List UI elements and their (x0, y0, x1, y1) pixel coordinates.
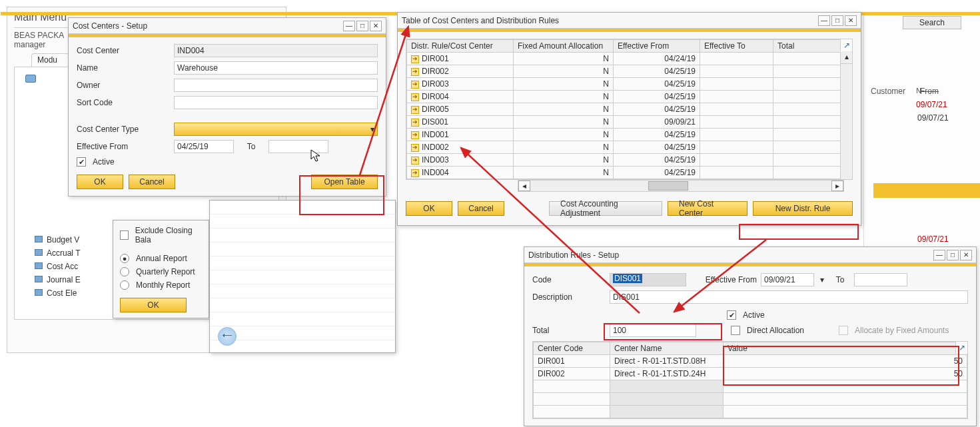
from-label: From (920, 87, 939, 96)
table-row[interactable]: DIR005N04/25/19 (407, 103, 852, 116)
link-arrow-icon[interactable] (411, 68, 419, 76)
cost-accounting-adjustment-button[interactable]: Cost Accounting Adjustment (549, 201, 662, 216)
annotation-rect (739, 224, 859, 240)
expand-icon[interactable]: ↗ (955, 342, 967, 354)
code-field[interactable]: DIS001 (610, 273, 686, 286)
table-row[interactable]: DIR002Direct - R-01-1T.STD.24H50 (534, 368, 967, 380)
link-arrow-icon[interactable] (411, 169, 419, 177)
link-arrow-icon[interactable] (411, 106, 419, 114)
vertical-scrollbar[interactable]: ▴ (840, 52, 852, 179)
link-arrow-icon[interactable] (411, 55, 419, 63)
link-arrow-icon[interactable] (411, 93, 419, 101)
minimize-icon[interactable]: — (933, 250, 945, 260)
table-row[interactable]: IND002N04/25/19 (407, 141, 852, 154)
distribution-rules-table[interactable]: Center Code Center Name Value DIR001Dire… (533, 342, 967, 418)
report-icon (35, 289, 43, 296)
total-field[interactable] (610, 324, 696, 337)
active-checkbox[interactable]: ✔ (77, 157, 86, 167)
maximize-icon[interactable]: □ (831, 15, 843, 26)
folder-icon (25, 75, 36, 83)
link-arrow-icon[interactable] (411, 119, 419, 127)
subpanel-ok-button[interactable]: OK (120, 298, 187, 312)
name-field[interactable] (174, 61, 378, 75)
date-1: 09/07/21 (916, 100, 947, 109)
cctable-title: Table of Cost Centers and Distribution R… (402, 13, 559, 29)
dr-active-checkbox[interactable]: ✔ (727, 310, 736, 320)
table-row[interactable] (534, 393, 967, 406)
maximize-icon[interactable]: □ (356, 21, 368, 31)
cost-center-type-select[interactable]: ▾ (174, 123, 378, 136)
table-row[interactable]: DIR001N04/24/19 (407, 53, 852, 65)
table-row[interactable]: DIR004N04/25/19 (407, 91, 852, 103)
cost-centers-table[interactable]: Distr. Rule/Cost Center Fixed Amount All… (406, 39, 852, 179)
table-row[interactable] (534, 380, 967, 393)
distribution-rules-setup-window: Distribution Rules - Setup — □ ✕ Code DI… (524, 246, 977, 426)
background-sheet: ⭠ (209, 200, 396, 353)
customer-label: Customer (871, 87, 905, 96)
annual-radio[interactable]: ● (120, 254, 129, 263)
allocate-fixed-checkbox (839, 326, 848, 335)
back-arrow-icon[interactable]: ⭠ (218, 327, 237, 346)
sort-code-field[interactable] (174, 96, 378, 109)
table-row[interactable]: DIR002N04/25/19 (407, 65, 852, 78)
link-arrow-icon[interactable] (411, 157, 419, 165)
gold-strip (873, 183, 980, 198)
close-icon[interactable]: ✕ (845, 15, 857, 26)
date-3: 09/07/21 (917, 234, 949, 244)
report-icon (35, 276, 43, 282)
new-cost-center-button[interactable]: New Cost Center (668, 201, 747, 216)
report-options-panel: Exclude Closing Bala ●Annual Report Quar… (113, 220, 209, 318)
cancel-button[interactable]: Cancel (129, 175, 175, 189)
table-row[interactable]: IND001N04/25/19 (407, 129, 852, 141)
scroll-left-icon[interactable]: ◂ (518, 181, 530, 191)
close-icon[interactable]: ✕ (960, 250, 972, 260)
open-table-button[interactable]: Open Table (311, 175, 378, 189)
monthly-radio[interactable] (120, 280, 129, 290)
effective-to-field[interactable] (268, 140, 328, 153)
maximize-icon[interactable]: □ (947, 250, 959, 260)
horizontal-scrollbar[interactable]: ◂ ▸ (518, 180, 844, 192)
cost-center-field[interactable] (174, 44, 378, 57)
scroll-right-icon[interactable]: ▸ (831, 181, 843, 191)
table-row[interactable]: DIS001N09/09/21 (407, 116, 852, 129)
owner-field[interactable] (174, 79, 378, 92)
chevron-down-icon[interactable]: ▾ (818, 275, 826, 284)
dr-effective-to-field[interactable] (854, 273, 907, 286)
cost-centers-setup-window: Cost Centers - Setup — □ ✕ Cost Center N… (68, 17, 386, 197)
link-arrow-icon[interactable] (411, 144, 419, 152)
report-icon (35, 262, 43, 269)
drsetup-title: Distribution Rules - Setup (528, 247, 619, 263)
close-icon[interactable]: ✕ (370, 21, 382, 31)
ok-button[interactable]: OK (406, 201, 452, 216)
description-field[interactable] (610, 290, 968, 304)
table-row[interactable] (534, 406, 967, 418)
minimize-icon[interactable]: — (818, 15, 830, 26)
direct-allocation-checkbox[interactable] (731, 326, 740, 335)
ccsetup-title: Cost Centers - Setup (73, 18, 147, 34)
exclude-checkbox[interactable] (120, 230, 129, 240)
link-arrow-icon[interactable] (411, 131, 419, 139)
table-row[interactable]: DIR003N04/25/19 (407, 78, 852, 91)
chevron-down-icon: ▾ (370, 125, 374, 134)
date-2: 09/07/21 (917, 113, 949, 123)
minimize-icon[interactable]: — (343, 21, 355, 31)
dr-effective-from-field[interactable] (761, 273, 814, 286)
report-icon (35, 249, 43, 256)
table-row[interactable]: DIR001Direct - R-01-1T.STD.08H50 (534, 355, 967, 368)
link-arrow-icon[interactable] (411, 81, 419, 89)
cost-centers-table-window: Table of Cost Centers and Distribution R… (397, 12, 861, 226)
table-row[interactable]: IND003N04/25/19 (407, 154, 852, 167)
effective-from-field[interactable] (174, 140, 234, 153)
cancel-button[interactable]: Cancel (458, 201, 504, 216)
search-button[interactable]: Search (903, 16, 961, 29)
report-icon (35, 236, 43, 242)
quarterly-radio[interactable] (120, 267, 129, 276)
expand-icon[interactable]: ↗ (840, 39, 852, 51)
ok-button[interactable]: OK (77, 175, 123, 189)
table-row[interactable]: IND004N04/25/19 (407, 167, 852, 179)
new-distr-rule-button[interactable]: New Distr. Rule (753, 201, 853, 216)
